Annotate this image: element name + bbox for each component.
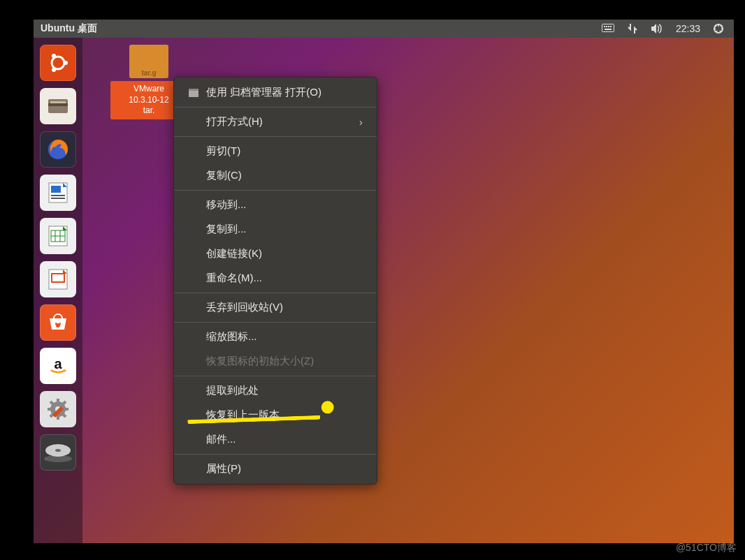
menu-label: 丢弃到回收站(V) [206,301,283,314]
menu-copy-to[interactable]: 复制到... [174,217,377,242]
launcher-ubuntu-software[interactable] [40,304,76,341]
menu-label: 属性(P) [206,462,241,476]
menu-label: 剪切(T) [206,145,240,158]
menu-label: 恢复到上一版本... [206,408,289,422]
menu-label: 重命名(M)... [206,272,262,285]
svg-rect-26 [52,274,64,281]
menu-cut[interactable]: 剪切(T) [174,139,377,163]
unity-launcher: a [34,38,82,543]
svg-rect-2 [606,26,607,27]
svg-rect-13 [50,101,66,103]
menu-label: 打开方式(H) [206,115,263,128]
svg-point-44 [44,455,72,462]
power-cog-icon[interactable] [713,23,724,34]
svg-rect-4 [610,26,612,27]
clock[interactable]: 22:33 [676,23,700,34]
menu-mail[interactable]: 邮件... [174,427,377,452]
svg-point-7 [52,57,64,69]
svg-rect-18 [51,198,65,199]
menu-label: 恢复图标的初始大小(Z) [206,355,314,368]
svg-rect-3 [608,26,609,27]
menu-label: 复制(C) [206,169,242,182]
vm-window: Ubuntu 桌面 22:33 [34,20,734,543]
svg-text:a: a [54,356,62,371]
menu-label: 提取到此处 [206,384,259,397]
svg-line-40 [50,414,53,417]
svg-rect-12 [48,103,68,106]
svg-point-43 [55,449,61,452]
menu-label: 使用 归档管理器 打开(O) [206,86,321,99]
menu-label: 复制到... [206,223,247,236]
launcher-libreoffice-impress[interactable] [40,261,76,297]
outer-frame: Ubuntu 桌面 22:33 [0,0,745,560]
launcher-amazon[interactable]: a [40,348,76,384]
svg-rect-16 [51,186,61,193]
network-indicator-icon[interactable] [627,23,638,34]
menu-extract-here[interactable]: 提取到此处 [174,378,377,403]
archive-icon: tar.g [129,45,168,78]
launcher-system-settings[interactable] [40,391,76,427]
separator [174,293,377,293]
separator [174,322,377,323]
menu-move-to-trash[interactable]: 丢弃到回收站(V) [174,295,377,320]
menu-move-to[interactable]: 移动到... [174,193,377,217]
file-context-menu: 使用 归档管理器 打开(O) 打开方式(H) › 剪切(T) 复制(C) 移动到… [173,77,377,485]
launcher-libreoffice-writer[interactable] [40,175,76,211]
svg-rect-17 [51,195,65,196]
menu-label: 创建链接(K) [206,247,262,260]
menu-label: 移动到... [206,198,247,212]
menu-open-with-archive-manager[interactable]: 使用 归档管理器 打开(O) [174,80,377,105]
window-title: Ubuntu 桌面 [41,22,97,35]
menu-properties[interactable]: 属性(P) [174,457,377,481]
menu-label: 缩放图标... [206,330,257,344]
svg-point-9 [52,54,56,58]
launcher-disc[interactable] [40,434,76,471]
launcher-firefox[interactable] [40,131,76,168]
keyboard-indicator-icon[interactable] [602,24,614,34]
top-menu-bar[interactable]: Ubuntu 桌面 22:33 [34,20,734,38]
svg-point-8 [64,61,68,65]
sound-indicator-icon[interactable] [651,23,663,34]
svg-line-38 [50,401,53,404]
separator [174,190,377,191]
separator [174,107,377,108]
svg-rect-46 [189,89,198,91]
launcher-libreoffice-calc[interactable] [40,218,76,254]
launcher-dash-home[interactable] [40,45,76,81]
svg-line-41 [63,401,66,404]
menu-create-link[interactable]: 创建链接(K) [174,242,377,266]
menu-zoom-icon[interactable]: 缩放图标... [174,325,377,349]
watermark-text: @51CTO博客 [676,542,737,554]
separator [174,376,377,376]
separator [174,454,377,455]
menu-restore-icon-size: 恢复图标的初始大小(Z) [174,349,377,374]
menu-rename[interactable]: 重命名(M)... [174,266,377,290]
chevron-right-icon: › [359,116,363,128]
menu-restore-previous-version[interactable]: 恢复到上一版本... [174,403,377,427]
launcher-files[interactable] [40,88,76,124]
separator [174,136,377,137]
svg-rect-45 [189,90,198,97]
menu-copy[interactable]: 复制(C) [174,163,377,188]
svg-line-39 [63,414,66,417]
svg-point-10 [52,68,56,72]
svg-rect-5 [605,29,612,30]
svg-rect-0 [602,24,614,32]
archive-manager-icon [188,88,201,98]
svg-rect-1 [604,26,605,27]
menu-label: 邮件... [206,433,236,446]
menu-open-with[interactable]: 打开方式(H) › [174,110,377,134]
desktop-area[interactable]: a tar.g VMware 10.3.10-12 tar. [34,38,734,543]
